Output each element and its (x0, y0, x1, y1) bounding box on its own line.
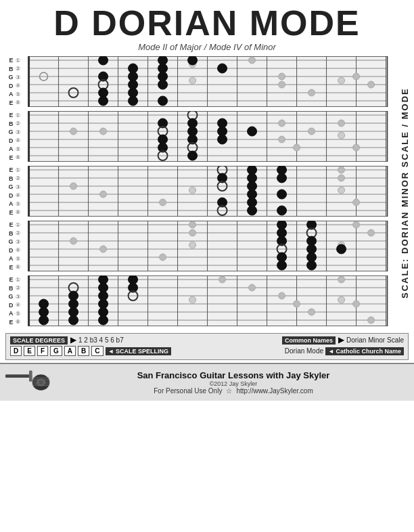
scale-degrees-label: SCALE DEGREES (10, 336, 68, 345)
scale-spelling-label: ◄ SCALE SPELLING (106, 347, 171, 355)
svg-point-85 (70, 128, 76, 135)
svg-point-216 (98, 315, 108, 325)
svg-point-20 (189, 77, 196, 84)
footer-star: ☆ (226, 387, 232, 395)
fretboard-2: E B G D A E ① ② ③ ④ ⑤ ⑥ (5, 111, 392, 162)
svg-point-135 (352, 199, 359, 206)
svg-point-22 (338, 77, 344, 84)
string-labels-1: E B G D A E (5, 56, 14, 107)
svg-point-28 (217, 64, 227, 73)
side-label: SCALE: DORIAN MINOR SCALE / MODE (395, 56, 414, 330)
svg-point-198 (189, 296, 196, 303)
footer-personal-use: For Personal Use Only (154, 387, 222, 395)
svg-point-89 (293, 144, 300, 151)
svg-rect-226 (29, 371, 32, 382)
svg-point-87 (278, 120, 285, 127)
side-label-text: SCALE: DORIAN MINOR SCALE / MODE (400, 88, 410, 299)
svg-point-45 (308, 89, 315, 96)
svg-point-172 (99, 246, 106, 252)
fretboard-3: E B G D A E ① ② ③ ④ ⑤ ⑥ (5, 166, 392, 217)
info-bar: SCALE DEGREES ▶ 1 2 b3 4 5 6 b7 Common N… (5, 333, 409, 360)
svg-point-176 (352, 221, 359, 228)
common-names-value: Dorian Minor Scale (346, 336, 404, 344)
svg-point-113 (189, 187, 196, 194)
dorian-mode-value: Dorian Mode (285, 347, 323, 355)
svg-point-91 (338, 120, 344, 127)
fretboard-svg-1 (24, 56, 392, 107)
note-A: A (64, 346, 76, 356)
svg-rect-136 (28, 221, 387, 271)
svg-point-92 (352, 144, 359, 151)
page-header: D DORIAN MODE Mode II of Major / Mode IV… (0, 0, 414, 53)
footer-text: San Francisco Guitar Lessons with Jay Sk… (58, 370, 409, 395)
svg-point-170 (306, 261, 316, 270)
svg-point-124 (277, 190, 286, 199)
svg-point-42 (248, 57, 255, 64)
svg-point-132 (159, 199, 166, 206)
svg-point-214 (39, 315, 48, 325)
svg-point-41 (158, 96, 167, 106)
string-labels-4: E B G D A E (5, 221, 14, 271)
svg-point-171 (70, 238, 76, 244)
svg-point-43 (278, 73, 285, 80)
svg-point-80 (217, 135, 227, 144)
svg-point-173 (159, 254, 166, 261)
svg-point-131 (99, 191, 106, 198)
fretboard-4: E B G D A E ① ② ③ ④ ⑤ ⑥ (5, 221, 392, 271)
svg-rect-0 (28, 56, 387, 107)
svg-point-120 (277, 173, 286, 183)
string-labels-5: E B G D A E (5, 275, 14, 326)
footer-url: http://www.JaySkyler.com (236, 387, 313, 395)
svg-point-23 (98, 56, 108, 65)
fretboards-area: E B G D A E ① ② ③ ④ ⑤ ⑥ (0, 56, 395, 330)
string-labels-3: E B G D A E (5, 166, 14, 217)
note-C: C (91, 346, 103, 356)
svg-point-114 (338, 187, 344, 194)
svg-point-40 (128, 96, 137, 106)
svg-point-90 (308, 128, 315, 135)
svg-point-77 (247, 127, 256, 136)
fretboard-svg-4 (24, 221, 392, 271)
svg-point-169 (277, 261, 286, 270)
svg-point-88 (278, 136, 285, 143)
svg-point-156 (189, 242, 196, 248)
svg-point-199 (338, 296, 344, 303)
svg-point-221 (308, 309, 315, 315)
svg-rect-93 (28, 166, 387, 217)
svg-rect-48 (28, 111, 387, 162)
fretboard-svg-5 (24, 275, 392, 326)
svg-point-44 (278, 81, 285, 88)
fret-numbers-4: ① ② ③ ④ ⑤ ⑥ (14, 221, 23, 271)
svg-point-175 (189, 229, 196, 236)
svg-point-215 (68, 315, 78, 325)
fret-numbers-1: ① ② ③ ④ ⑤ ⑥ (14, 56, 23, 107)
svg-point-35 (158, 80, 167, 89)
svg-point-46 (352, 73, 359, 80)
guitar-icon (5, 368, 53, 397)
note-B: B (78, 346, 89, 356)
main-content: E B G D A E ① ② ③ ④ ⑤ ⑥ (0, 53, 414, 330)
page-subtitle: Mode II of Major / Mode IV of Minor (0, 42, 414, 52)
svg-point-129 (277, 206, 286, 215)
svg-point-223 (352, 301, 359, 307)
svg-point-69 (338, 132, 344, 139)
svg-point-134 (338, 175, 344, 181)
svg-point-133 (338, 167, 344, 173)
svg-point-128 (247, 206, 256, 215)
fretboard-svg-2 (24, 111, 392, 162)
svg-point-174 (189, 221, 196, 228)
svg-point-166 (336, 244, 346, 254)
svg-rect-225 (5, 374, 31, 378)
note-G: G (50, 346, 62, 356)
footer-url-row: For Personal Use Only ☆ http://www.JaySk… (58, 387, 409, 395)
note-D: D (10, 346, 22, 356)
footer-copyright: ©2012 Jay Skyler (58, 380, 409, 387)
string-labels-2: E B G D A E (5, 111, 14, 162)
page-title: D DORIAN MODE (0, 5, 414, 41)
svg-point-217 (218, 276, 225, 283)
church-name-label: ◄ Catholic Church Name (325, 347, 404, 355)
svg-point-39 (98, 96, 108, 106)
common-names-label: Common Names (282, 336, 336, 345)
info-row-spelling: D E F G A B C ◄ SCALE SPELLING Dorian Mo… (10, 346, 404, 356)
footer: San Francisco Guitar Lessons with Jay Sk… (0, 363, 414, 401)
